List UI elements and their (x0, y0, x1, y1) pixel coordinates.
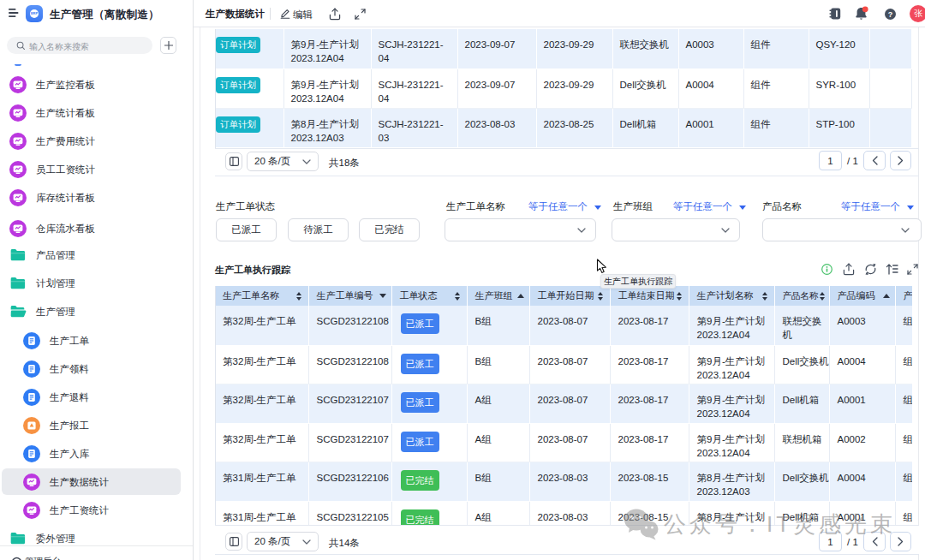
svg-text:?: ? (888, 9, 893, 18)
